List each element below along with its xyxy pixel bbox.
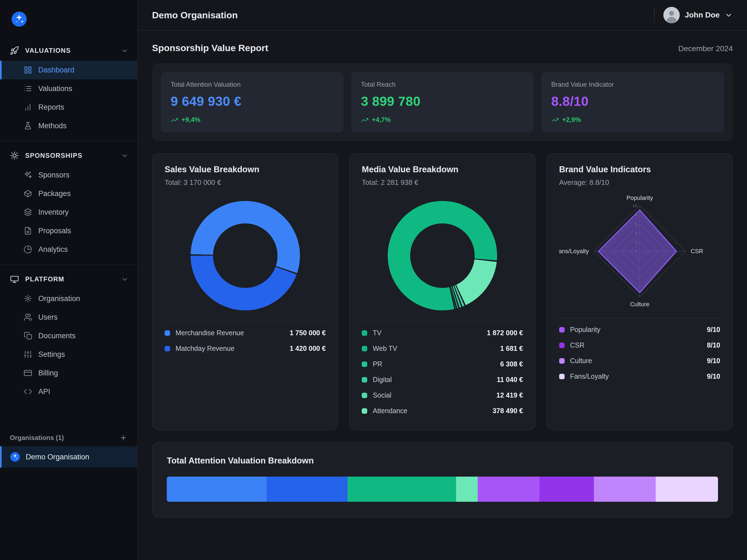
legend-value: 9/10 [707,357,720,365]
report-header: Sponsorship Value Report December 2024 [152,43,733,53]
sidebar-item-sponsors[interactable]: Sponsors [0,166,137,184]
sidebar-item-reports[interactable]: Reports [0,98,137,117]
user-name: John Doe [685,11,720,19]
sidebar-section-sponsorships: SPONSORSHIPSSponsorsPackagesInventoryPro… [0,141,137,262]
app-logo[interactable] [0,8,137,38]
sidebar-item-label: Documents [38,332,76,340]
sidebar-item-api[interactable]: API [0,382,137,401]
sidebar-item-packages[interactable]: Packages [0,184,137,203]
stat-value: 9 649 930 € [171,94,334,109]
sidebar-item-documents[interactable]: Documents [0,327,137,345]
sidebar-section-header-sponsorships[interactable]: SPONSORSHIPS [0,146,137,166]
legend-item-merchandise-revenue: Merchandise Revenue1 750 000 € [164,325,326,341]
card-title: Sales Value Breakdown [164,164,326,175]
stat-delta: +9,4% [171,116,334,124]
svg-text:4: 4 [635,230,637,235]
legend-value: 12 419 € [496,391,523,399]
section-label: VALUATIONS [25,47,71,54]
sidebar-item-label: Methods [38,122,67,130]
organisations-header: Organisations (1) [0,429,137,446]
app-logo-icon [11,11,27,27]
card-title: Brand Value Indicators [559,164,720,175]
sidebar-section-valuations: VALUATIONSDashboardValuationsReportsMeth… [0,38,137,138]
sidebar-item-label: Inventory [38,208,69,217]
stat-value: 8.8/10 [551,94,714,109]
legend-color-dot [362,346,367,351]
legend-color-dot [362,330,367,336]
sidebar-item-label: API [38,387,50,396]
bar-segment-8 [656,477,718,502]
sidebar-section-header-valuations[interactable]: VALUATIONS [0,41,137,61]
svg-text:CSR: CSR [690,248,703,255]
sidebar-item-proposals[interactable]: Proposals [0,222,137,240]
brand-legend: Popularity9/10CSR8/10Culture9/10Fans/Loy… [559,322,720,384]
sidebar-item-analytics[interactable]: Analytics [0,240,137,259]
flask-icon [24,121,32,130]
chevron-down-icon [725,11,733,19]
bar-segment-6 [539,477,594,502]
legend-item-fans-loyalty: Fans/Loyalty9/10 [559,368,720,384]
sidebar-section-platform: PLATFORMOrganisationUsersDocumentsSettin… [0,264,137,404]
monitor-icon [10,275,19,284]
legend-label: Digital [373,376,491,384]
svg-text:0: 0 [635,249,637,253]
sidebar-item-inventory[interactable]: Inventory [0,203,137,222]
svg-text:8: 8 [635,212,637,217]
section-label: PLATFORM [25,275,64,283]
svg-text:6: 6 [635,222,637,226]
sidebar-item-demo-organisation[interactable]: Demo Organisation [0,446,137,467]
section-label: SPONSORSHIPS [25,152,82,159]
legend-color-dot [362,393,367,398]
chevron-down-icon [121,275,129,283]
stat-card-total-attention-valuation: Total Attention Valuation9 649 930 €+9,4… [161,72,343,132]
add-organisation-button[interactable] [119,434,127,442]
sidebar-item-valuations[interactable]: Valuations [0,79,137,98]
legend-value: 1 750 000 € [289,329,326,337]
legend-item-web-tv: Web TV1 681 € [362,341,523,356]
user-menu[interactable]: John Doe [663,7,733,23]
sidebar-item-billing[interactable]: Billing [0,364,137,382]
bar-chart-icon [24,103,32,111]
legend-label: CSR [570,341,702,349]
layers-icon [24,208,32,217]
card-subtitle: Average: 8.8/10 [559,178,720,187]
stats-summary: Total Attention Valuation9 649 930 €+9,4… [152,63,733,141]
top-bar: Demo Organisation John Doe [138,0,747,31]
legend-item-social: Social12 419 € [362,387,523,403]
sidebar-item-settings[interactable]: Settings [0,345,137,364]
divider [362,321,523,322]
stat-delta: +4,7% [361,116,524,124]
legend-value: 9/10 [707,373,720,380]
bar-segment-3 [347,477,456,502]
sidebar-item-dashboard[interactable]: Dashboard [0,61,137,79]
sidebar-item-label: Proposals [38,227,71,235]
stat-label: Brand Value Indicator [551,81,714,88]
sidebar-item-label: Billing [38,369,58,377]
stat-card-brand-value-indicator: Brand Value Indicator8.8/10+2,9% [541,72,724,132]
svg-text:10: 10 [633,203,637,208]
divider [559,318,720,319]
sidebar-item-users[interactable]: Users [0,308,137,327]
card-title: Total Attention Valuation Breakdown [167,456,718,466]
sidebar-section-header-platform[interactable]: PLATFORM [0,269,137,289]
page-title: Demo Organisation [152,10,238,21]
sales-legend: Merchandise Revenue1 750 000 €Matchday R… [164,325,326,356]
legend-label: TV [373,329,481,337]
sidebar-item-label: Reports [38,103,64,111]
legend-color-dot [559,342,565,348]
legend-label: Social [373,391,491,399]
legend-label: Attendance [373,407,487,415]
stat-delta-value: +2,9% [562,116,581,124]
sidebar-item-methods[interactable]: Methods [0,117,137,135]
rocket-icon [10,46,19,55]
gear-icon [24,294,32,303]
brand-value-card: Brand Value Indicators Average: 8.8/10 0… [547,153,733,430]
sidebar-item-organisation[interactable]: Organisation [0,289,137,308]
sidebar: VALUATIONSDashboardValuationsReportsMeth… [0,0,138,560]
brand-radar-chart: 0246810PopularityCSRCultureFans/Loyalty [559,189,720,314]
users-icon [24,313,32,322]
legend-color-dot [164,346,170,351]
legend-value: 6 308 € [500,360,523,368]
bar-segment-2 [266,477,347,502]
legend-item-digital: Digital11 040 € [362,372,523,387]
